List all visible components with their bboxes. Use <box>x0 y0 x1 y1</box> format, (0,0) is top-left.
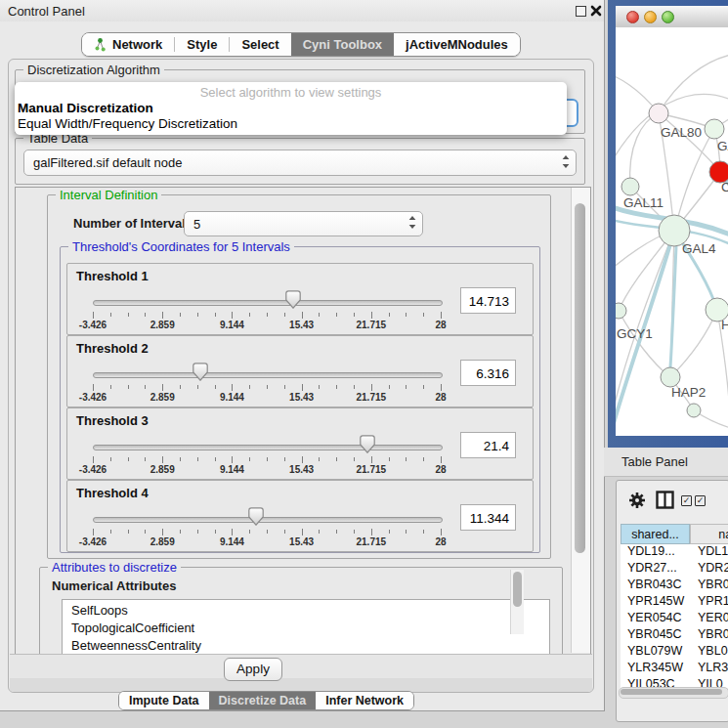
tick-mark <box>336 313 337 317</box>
number-of-intervals-combobox[interactable]: 5 <box>184 211 423 236</box>
table-horizontal-scrollbar[interactable] <box>619 687 728 699</box>
tick-mark <box>406 530 407 534</box>
threshold-slider[interactable]: -3.4262.8599.14415.4321.71528 <box>93 408 441 479</box>
threshold-value-field[interactable]: 6.316 <box>460 360 516 386</box>
numerical-attributes-label: Numerical Attributes <box>52 578 176 593</box>
tick-mark <box>441 312 442 319</box>
checkbox-icon[interactable]: ✓ <box>695 495 706 506</box>
table-row[interactable]: YER054CYER0 <box>621 611 728 627</box>
threshold-value-field[interactable]: 11.344 <box>460 504 516 531</box>
tick-mark <box>336 385 337 389</box>
table-panel: ✓ ✓ shared... name YDL19...YDL1YDR27...Y… <box>616 480 728 722</box>
panel-vertical-scrollbar[interactable] <box>571 188 590 653</box>
slider-handle[interactable] <box>193 363 208 381</box>
gear-icon[interactable] <box>628 492 646 512</box>
slider-handle[interactable] <box>360 435 375 453</box>
tick-label: 28 <box>417 464 464 475</box>
network-node-gal11[interactable] <box>621 178 639 195</box>
network-node-ga[interactable] <box>705 119 724 139</box>
tick-mark <box>284 530 285 534</box>
table-row[interactable]: YBR043CYBR0 <box>621 578 728 594</box>
node-label: HAP2 <box>671 385 706 400</box>
cell-shared-name: YBR043C <box>621 578 690 594</box>
network-node-hap2[interactable] <box>661 367 680 387</box>
network-node-gal80[interactable] <box>649 104 668 123</box>
attribute-list-item[interactable]: BetweennessCentrality <box>63 637 549 655</box>
tick-mark <box>145 530 146 534</box>
tick-mark <box>371 384 372 391</box>
network-node[interactable] <box>687 404 701 417</box>
tick-mark <box>249 530 250 534</box>
close-icon[interactable] <box>590 5 602 17</box>
attribute-list-item[interactable]: TopologicalCoefficient <box>63 620 549 637</box>
dropdown-option-equal-width[interactable]: Equal Width/Frequency Discretization <box>15 116 567 132</box>
attributes-list-scrollbar[interactable] <box>510 570 524 634</box>
slider-track[interactable] <box>93 372 443 378</box>
minimize-traffic-light[interactable] <box>644 11 657 23</box>
close-traffic-light[interactable] <box>626 11 639 23</box>
table-row[interactable]: YDL19...YDL1 <box>621 544 728 561</box>
threshold-panel-1: Threshold 1-3.4262.8599.14415.4321.71528… <box>66 263 534 335</box>
slider-track[interactable] <box>93 300 443 306</box>
split-columns-icon[interactable] <box>656 491 674 512</box>
checkbox-icon[interactable]: ✓ <box>681 495 692 506</box>
tick-mark <box>110 457 111 461</box>
threshold-slider[interactable]: -3.4262.8599.14415.4321.71528 <box>93 481 441 551</box>
table-row[interactable]: YDR27...YDR2 <box>621 561 728 578</box>
node-label: GAL4 <box>682 241 716 256</box>
scrollbar-thumb[interactable] <box>575 203 585 553</box>
tick-mark <box>389 530 390 534</box>
threshold-slider[interactable]: -3.4262.8599.14415.4321.71528 <box>93 264 441 334</box>
tick-mark <box>302 312 303 319</box>
tab-select[interactable]: Select <box>230 33 290 56</box>
table-data-combobox[interactable]: galFiltered.sif default node <box>23 150 577 176</box>
table-row[interactable]: YBR045CYBR0 <box>621 627 728 644</box>
column-header-name[interactable]: name <box>690 524 728 544</box>
tick-mark <box>93 384 94 391</box>
table-row[interactable]: YLR345WYLR3 <box>621 661 728 677</box>
tick-label: 15.43 <box>278 392 325 403</box>
dropdown-option-manual[interactable]: Manual Discretization <box>15 101 567 116</box>
tick-mark <box>180 313 181 317</box>
tick-mark <box>319 530 320 534</box>
tab-discretize-data[interactable]: Discretize Data <box>209 692 317 709</box>
tick-label: 9.144 <box>208 392 255 403</box>
threshold-slider[interactable]: -3.4262.8599.14415.4321.71528 <box>93 336 441 407</box>
slider-handle[interactable] <box>248 507 264 526</box>
tick-mark <box>215 530 216 534</box>
network-canvas[interactable]: GAL80GACGAL11GAL4GCY1HHAP2 <box>616 27 728 436</box>
tab-style[interactable]: Style <box>175 33 229 56</box>
cyni-bottom-tabs: Impute Data Discretize Data Infer Networ… <box>118 691 414 710</box>
scrollbar-thumb[interactable] <box>621 689 722 695</box>
scrollbar-thumb[interactable] <box>513 572 522 607</box>
float-window-icon[interactable] <box>576 6 586 17</box>
cell-name: YPR1 <box>690 594 728 611</box>
slider-ticks <box>93 312 441 320</box>
tab-impute-data[interactable]: Impute Data <box>119 692 209 709</box>
network-window-titlebar[interactable] <box>616 6 728 28</box>
threshold-value-field[interactable]: 21.4 <box>460 432 516 458</box>
attribute-list-item[interactable]: SelfLoops <box>63 602 549 620</box>
table-row[interactable]: YPR145WYPR1 <box>621 594 728 611</box>
tab-infer-network[interactable]: Infer Network <box>316 692 413 709</box>
cell-name: YDR2 <box>690 561 728 578</box>
threshold-value-field[interactable]: 14.713 <box>460 287 516 314</box>
table-row[interactable]: YBL079WYBL0 <box>621 644 728 661</box>
tab-cyni-toolbox[interactable]: Cyni Toolbox <box>291 33 394 56</box>
tab-jactivemnodules[interactable]: jActiveMNodules <box>394 33 520 56</box>
tick-label: 9.144 <box>208 320 255 330</box>
number-of-intervals-value: 5 <box>193 217 200 232</box>
tab-network[interactable]: Network <box>82 33 174 56</box>
zoom-traffic-light[interactable] <box>662 11 674 23</box>
column-header-shared-name[interactable]: shared... <box>621 524 690 544</box>
slider-track[interactable] <box>93 445 443 450</box>
network-node-gcy1[interactable] <box>616 303 626 319</box>
tick-mark <box>354 385 355 389</box>
tick-label: 2.859 <box>139 320 186 330</box>
slider-handle[interactable] <box>285 290 301 309</box>
apply-button[interactable]: Apply <box>224 658 282 681</box>
slider-track[interactable] <box>93 517 443 523</box>
dropdown-placeholder-option[interactable]: Select algorithm to view settings <box>15 85 567 101</box>
tick-label: 28 <box>417 320 464 330</box>
tick-label: -3.426 <box>69 464 116 475</box>
